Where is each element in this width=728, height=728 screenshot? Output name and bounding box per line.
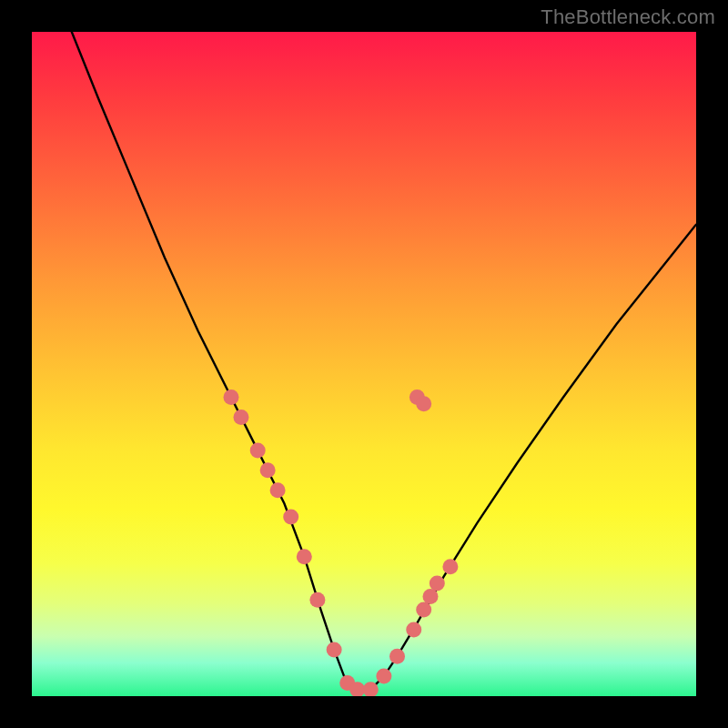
curve-marker [416, 602, 431, 618]
curve-marker [376, 669, 391, 684]
curve-marker [224, 389, 239, 405]
curve-marker [309, 592, 325, 608]
curve-marker [270, 482, 286, 498]
chart-frame: TheBottleneck.com [0, 0, 728, 728]
curve-marker [260, 462, 276, 478]
bottleneck-curve [72, 32, 696, 690]
watermark-text: TheBottleneck.com [541, 5, 715, 29]
curve-marker [389, 649, 405, 664]
chart-svg [32, 32, 696, 696]
curve-marker [233, 410, 248, 425]
curve-marker [423, 589, 439, 604]
plot-area [32, 32, 696, 696]
curve-marker [406, 622, 421, 638]
curve-marker [430, 575, 445, 591]
curve-marker [283, 509, 298, 524]
curve-marker [442, 559, 458, 574]
curve-marker [297, 549, 312, 564]
curve-marker [327, 642, 342, 657]
curve-marker [250, 442, 266, 458]
curve-markers [224, 389, 459, 696]
curve-marker [416, 396, 431, 411]
